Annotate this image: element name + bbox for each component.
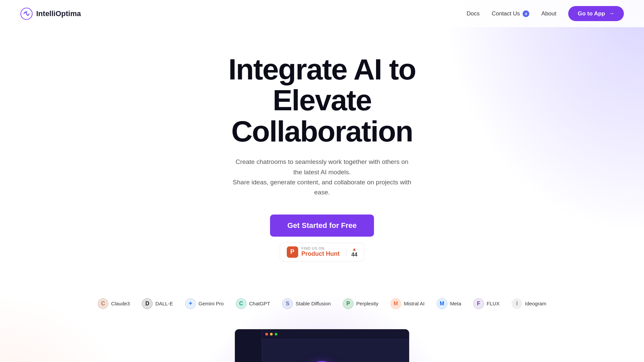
model-icon: F [473,298,484,309]
model-icon: D [142,298,153,309]
model-icon: P [343,298,354,309]
hero-title-line1: Integrate AI to [228,53,416,86]
model-item-ideogram: IIdeogram [512,298,546,309]
model-item-mistral-ai: MMistral AI [390,298,425,309]
model-icon: I [512,298,522,309]
model-name: DALL-E [155,301,173,306]
model-item-stable-diffusion: SStable Diffusion [282,298,331,309]
model-icon: M [437,298,447,309]
model-name: Claude3 [111,301,130,306]
mock-main [262,329,409,362]
go-to-app-label: Go to App [578,10,605,17]
hero-title: Integrate AI to Elevate Collaboration [7,54,637,147]
model-name: Perplexity [356,301,378,306]
product-hunt-logo: P [287,246,298,258]
hero-title-line2: Elevate [273,83,371,117]
hero-subtitle: Create chatrooms to seamlessly work toge… [231,157,413,198]
model-item-claude3: CClaude3 [98,298,130,309]
mock-sidebar [235,329,262,362]
mock-dot-yellow [270,333,273,336]
navbar: IntelliOptima Docs Contact Us d About Go… [0,0,644,27]
model-name: Meta [450,301,461,306]
video-container [235,329,409,362]
model-name: Ideogram [525,301,546,306]
nav-contact-label: Contact Us [492,10,520,17]
models-bar: CClaude3DDALL-E✦Gemini ProCChatGPTSStabl… [0,292,644,316]
product-hunt-upvote-icon: ▲ [352,246,357,252]
model-item-chatgpt: CChatGPT [236,298,270,309]
discord-icon: d [523,10,529,17]
logo-icon [20,7,33,20]
mock-dot-red [265,333,268,336]
video-section [0,319,644,362]
model-item-dall-e: DDALL-E [142,298,173,309]
nav-links: Docs Contact Us d About Go to App → [467,6,624,21]
logo-link[interactable]: IntelliOptima [20,7,81,20]
get-started-button[interactable]: Get Started for Free [270,215,374,237]
model-name: Stable Diffusion [296,301,331,306]
model-item-meta: MMeta [437,298,461,309]
model-icon: C [236,298,247,309]
svg-point-1 [25,11,28,13]
go-to-app-button[interactable]: Go to App → [568,6,624,21]
nav-contact-link[interactable]: Contact Us d [492,10,529,17]
model-item-perplexity: PPerplexity [343,298,378,309]
model-item-gemini-pro: ✦Gemini Pro [185,298,224,309]
product-hunt-text: FIND US ON Product Hunt [302,246,340,257]
mock-dot-green [275,333,277,336]
hero-subtitle-line2: Share ideas, generate content, and colla… [233,179,411,196]
model-icon: S [282,298,293,309]
product-hunt-find-us-label: FIND US ON [302,246,325,250]
model-item-flux: FFLUX [473,298,499,309]
mock-topbar [262,329,409,340]
arrow-right-icon: → [608,10,614,17]
product-hunt-name: Product Hunt [302,250,340,257]
product-hunt-badge[interactable]: P FIND US ON Product Hunt ▲ 44 [280,243,365,261]
cta-group: Get Started for Free P FIND US ON Produc… [7,215,637,261]
nav-about-link[interactable]: About [541,10,556,17]
hero-subtitle-line1: Create chatrooms to seamlessly work toge… [235,158,408,175]
hero-title-line3: Collaboration [231,115,413,148]
model-icon: ✦ [185,298,196,309]
model-icon: M [390,298,401,309]
product-hunt-score: ▲ 44 [346,246,358,258]
product-hunt-count: 44 [352,252,358,258]
model-name: Mistral AI [404,301,425,306]
model-icon: C [98,298,108,309]
hero-section: Integrate AI to Elevate Collaboration Cr… [0,27,644,292]
logo-text: IntelliOptima [36,9,81,18]
model-name: ChatGPT [249,301,270,306]
model-name: FLUX [487,301,499,306]
nav-docs-link[interactable]: Docs [467,10,480,17]
model-name: Gemini Pro [199,301,224,306]
